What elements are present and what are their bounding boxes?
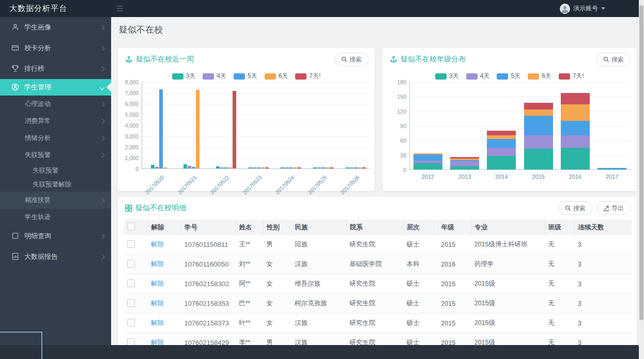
sidebar-item-11[interactable]: 学生轨迹 xyxy=(0,209,111,226)
weekly-chart-plot: 01,0002,0003,0004,0005,0006,0007,0008,00… xyxy=(142,82,369,169)
header-col-8[interactable]: 班级 xyxy=(545,220,575,235)
cell-3: 柯尔克孜族 xyxy=(292,294,346,314)
sidebar-item-5[interactable]: 消费异常 xyxy=(0,113,111,130)
chevron-down-icon xyxy=(601,7,605,10)
release-link[interactable]: 解除 xyxy=(151,260,164,268)
gridline xyxy=(409,126,631,127)
search-button[interactable]: 搜索 xyxy=(558,201,592,215)
sidebar-item-12[interactable]: 明细查询 xyxy=(0,226,111,246)
legend-item[interactable]: 7天! xyxy=(295,72,320,81)
row-checkbox[interactable] xyxy=(127,319,135,326)
sidebar-item-0[interactable]: 学生画像 xyxy=(0,17,111,38)
stack-2016-3天 xyxy=(561,148,590,169)
stack-2015-5天 xyxy=(524,116,553,135)
sidebar-item-2[interactable]: 排行榜 xyxy=(0,58,111,79)
stack-2014-6天 xyxy=(487,135,516,139)
table-row: 解除107602158302阿**女维吾尔族研究生院硕士20152015级无32 xyxy=(124,274,632,294)
release-link[interactable]: 解除 xyxy=(151,339,164,345)
row-checkbox[interactable] xyxy=(127,279,135,287)
stack-2013-5天 xyxy=(450,160,479,161)
bar-20170522-7天! xyxy=(233,91,236,168)
row-checkbox[interactable] xyxy=(127,299,135,307)
cell-7: 2015级 xyxy=(471,314,545,333)
row-checkbox[interactable] xyxy=(127,338,135,346)
sidebar-item-9[interactable]: 失联预警解除 xyxy=(0,178,111,192)
header-col-1[interactable]: 姓名 xyxy=(236,220,263,235)
cell-8: 无 xyxy=(545,255,575,274)
legend-swatch xyxy=(265,73,276,80)
export-button[interactable]: 导出 xyxy=(596,201,631,215)
legend-swatch xyxy=(528,73,539,80)
legend-item[interactable]: 5天 xyxy=(497,72,520,81)
x-axis-label: 2017 xyxy=(606,174,618,180)
cell-7: 2015级 xyxy=(471,274,545,294)
chevron-right-icon xyxy=(100,233,105,239)
bar-20170523-4天 xyxy=(253,167,256,168)
scrollbar-thumb[interactable] xyxy=(639,5,643,320)
legend-item[interactable]: 5天 xyxy=(234,72,257,81)
chart-legend: 3天4天5天6天7天! xyxy=(118,72,375,81)
y-axis-tick: 2,000 xyxy=(125,144,139,150)
menu-toggle-icon[interactable]: ☰ xyxy=(116,4,123,13)
header-col-7[interactable]: 专业 xyxy=(471,220,545,235)
header-col-2[interactable]: 性别 xyxy=(263,220,292,235)
legend-swatch xyxy=(435,73,447,80)
release-link[interactable]: 解除 xyxy=(151,241,164,248)
cell-action: 解除 xyxy=(148,294,181,314)
release-link[interactable]: 解除 xyxy=(151,280,164,287)
stack-2012-6天 xyxy=(413,153,442,154)
search-button[interactable]: 搜索 xyxy=(334,53,369,66)
legend-item[interactable]: 6天 xyxy=(265,72,288,81)
table-row: 解除107602158429李**男汉族研究生院硕士20152015级无32 xyxy=(124,333,632,346)
cell-8: 无 xyxy=(545,333,575,346)
legend-item[interactable]: 4天 xyxy=(203,72,226,81)
user-menu[interactable]: 演示账号 xyxy=(560,0,605,17)
sidebar-item-10[interactable]: 精准扶贫 xyxy=(0,192,111,209)
sidebar-item-6[interactable]: 情绪分析 xyxy=(0,130,111,147)
x-axis-label: 2013 xyxy=(458,174,471,180)
sidebar-item-8[interactable]: 失联预警 xyxy=(0,164,111,178)
legend-item[interactable]: 3天 xyxy=(172,72,196,81)
sidebar-item-3[interactable]: 学生管理 xyxy=(0,79,111,96)
legend-item[interactable]: 4天 xyxy=(466,72,490,81)
stack-2013-3天 xyxy=(450,166,479,169)
search-icon xyxy=(603,56,609,63)
header-col-4[interactable]: 院系 xyxy=(346,220,403,235)
cell-3: 回族 xyxy=(292,235,346,255)
sidebar-item-13[interactable]: 大数据报告 xyxy=(0,246,111,267)
legend-label: 7天! xyxy=(573,72,584,81)
chevron-right-icon xyxy=(100,198,105,203)
header-col-9[interactable]: 连续天数 xyxy=(575,220,632,235)
legend-swatch xyxy=(295,73,306,80)
cell-1: 刘** xyxy=(236,255,263,274)
cell-2: 女 xyxy=(263,294,292,314)
select-all-checkbox[interactable] xyxy=(127,223,135,230)
cell-7: 2015级博士科研班 xyxy=(471,235,545,255)
vertical-scrollbar[interactable] xyxy=(639,0,644,359)
search-button[interactable]: 搜索 xyxy=(596,53,631,66)
bar-20170520-3天 xyxy=(151,165,155,168)
header-col-5[interactable]: 层次 xyxy=(404,220,438,235)
row-checkbox[interactable] xyxy=(127,260,135,268)
release-link[interactable]: 解除 xyxy=(151,300,164,307)
release-link[interactable]: 解除 xyxy=(151,319,164,326)
cell-8: 无 xyxy=(545,314,575,333)
header-col-3[interactable]: 民族 xyxy=(292,220,346,235)
table-row: 解除107601150811王**男回族研究生院硕士20152015级博士科研班… xyxy=(124,235,632,255)
legend-item[interactable]: 6天 xyxy=(528,72,551,81)
header-col-0[interactable]: 学号 xyxy=(181,220,236,235)
bar-20170520-4天 xyxy=(155,167,159,168)
header-col-6[interactable]: 年级 xyxy=(438,220,471,235)
legend-item[interactable]: 7天! xyxy=(559,72,584,81)
y-axis-tick: 7,000 xyxy=(125,90,139,96)
legend-item[interactable]: 3天 xyxy=(435,72,459,81)
sidebar: 学生画像校卡分析排行榜学生管理心理波动消费异常情绪分析失联预警失联预警失联预警解… xyxy=(0,17,111,345)
legend-swatch xyxy=(497,73,508,80)
sidebar-item-1[interactable]: 校卡分析 xyxy=(0,38,111,58)
sidebar-item-7[interactable]: 失联预警 xyxy=(0,147,111,164)
bar-20170523-5天 xyxy=(257,167,260,168)
bar-20170526-7天! xyxy=(362,167,366,168)
stack-2015-7天! xyxy=(524,103,553,110)
row-checkbox[interactable] xyxy=(127,240,135,248)
sidebar-item-4[interactable]: 心理波动 xyxy=(0,96,111,113)
